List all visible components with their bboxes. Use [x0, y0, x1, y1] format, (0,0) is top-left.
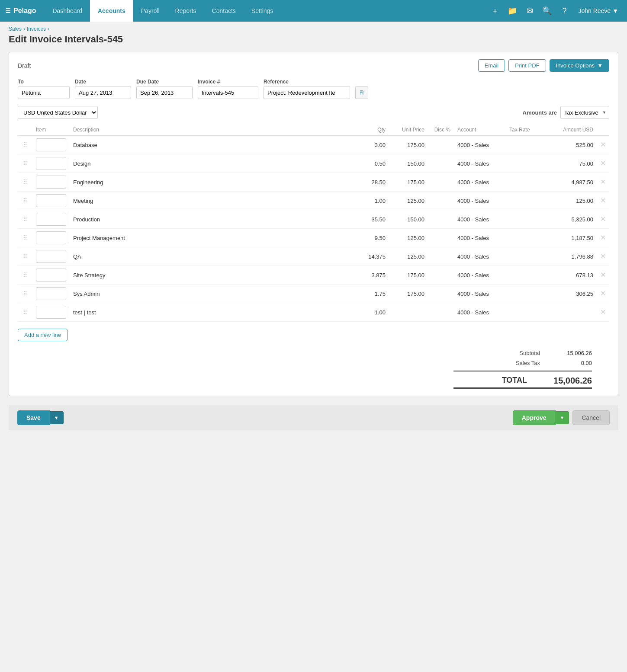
remove-cell: ✕: [597, 247, 609, 266]
table-row: ⠿ QA 14.375 125.00 4000 - Sales 1,796.88…: [18, 247, 609, 266]
to-input[interactable]: [18, 86, 70, 99]
tax-rate-cell: [506, 247, 549, 266]
cancel-button[interactable]: Cancel: [572, 410, 610, 425]
breadcrumb-sales[interactable]: Sales: [9, 26, 22, 32]
drag-handle[interactable]: ⠿: [21, 290, 29, 297]
save-button[interactable]: Save: [17, 410, 50, 425]
mail-icon[interactable]: ✉: [523, 4, 537, 18]
item-input[interactable]: [36, 194, 66, 207]
brand: ☰ Pelago: [5, 7, 36, 15]
unit-price-cell: 175.00: [389, 136, 428, 154]
drag-handle[interactable]: ⠿: [21, 216, 29, 223]
remove-line-button[interactable]: ✕: [600, 179, 606, 186]
invoice-options-arrow: ▼: [597, 62, 603, 69]
date-input[interactable]: [75, 87, 131, 98]
breadcrumb-sep1: ›: [23, 26, 25, 32]
drag-handle[interactable]: ⠿: [21, 309, 29, 316]
folder-icon[interactable]: 📁: [505, 4, 519, 18]
description-text: Meeting: [73, 198, 93, 204]
add-line-button[interactable]: Add a new line: [18, 329, 68, 341]
remove-line-button[interactable]: ✕: [600, 253, 606, 260]
col-tax-rate: Tax Rate: [506, 124, 549, 136]
print-pdf-button[interactable]: Print PDF: [508, 59, 546, 72]
due-date-field: Due Date ▼: [136, 79, 193, 99]
description-cell: Site Strategy: [70, 266, 359, 285]
remove-line-button[interactable]: ✕: [600, 272, 606, 278]
tab-contacts[interactable]: Contacts: [204, 0, 244, 22]
item-input[interactable]: [36, 138, 66, 151]
form-fields-row: To Date ▼ Due Date ▼ Invoice #: [18, 79, 609, 99]
item-cell: [32, 229, 70, 247]
approve-button[interactable]: Approve: [513, 410, 556, 425]
drag-handle[interactable]: ⠿: [21, 141, 29, 148]
item-input[interactable]: [36, 287, 66, 300]
remove-cell: ✕: [597, 266, 609, 285]
item-input[interactable]: [36, 213, 66, 226]
to-field: To: [18, 79, 70, 99]
date-label: Date: [75, 79, 131, 85]
remove-line-button[interactable]: ✕: [600, 290, 606, 297]
drag-handle[interactable]: ⠿: [21, 160, 29, 167]
item-input[interactable]: [36, 269, 66, 282]
disc-cell: [428, 247, 454, 266]
invoice-num-input[interactable]: [198, 86, 258, 99]
menu-icon[interactable]: ☰: [5, 7, 11, 14]
drag-handle[interactable]: ⠿: [21, 253, 29, 260]
drag-handle[interactable]: ⠿: [21, 179, 29, 186]
description-cell: Sys Admin: [70, 285, 359, 303]
tab-reports[interactable]: Reports: [167, 0, 204, 22]
drag-handle-cell: ⠿: [18, 285, 32, 303]
drag-handle-cell: ⠿: [18, 266, 32, 285]
breadcrumb-invoices[interactable]: Invoices: [27, 26, 46, 32]
remove-line-button[interactable]: ✕: [600, 160, 606, 167]
remove-line-button[interactable]: ✕: [600, 197, 606, 204]
table-row: ⠿ Design 0.50 150.00 4000 - Sales 75.00 …: [18, 154, 609, 173]
tab-accounts[interactable]: Accounts: [90, 0, 133, 22]
amount-cell: 1,796.88: [549, 247, 597, 266]
approve-dropdown-button[interactable]: ▼: [556, 411, 569, 424]
currency-select-wrapper: USD United States Dollar: [18, 106, 98, 119]
help-icon[interactable]: ?: [557, 4, 571, 18]
amount-cell: [549, 303, 597, 322]
email-button[interactable]: Email: [478, 59, 505, 72]
add-icon[interactable]: ＋: [488, 4, 502, 18]
drag-handle[interactable]: ⠿: [21, 197, 29, 204]
remove-line-button[interactable]: ✕: [600, 309, 606, 316]
tab-dashboard[interactable]: Dashboard: [45, 0, 90, 22]
amount-cell: 678.13: [549, 266, 597, 285]
invoice-options-button[interactable]: Invoice Options ▼: [550, 59, 609, 72]
remove-line-button[interactable]: ✕: [600, 216, 606, 223]
remove-cell: ✕: [597, 192, 609, 210]
drag-handle-cell: ⠿: [18, 303, 32, 322]
amount-cell: 4,987.50: [549, 173, 597, 192]
item-input[interactable]: [36, 176, 66, 189]
remove-line-button[interactable]: ✕: [600, 141, 606, 148]
item-input[interactable]: [36, 306, 66, 319]
item-input[interactable]: [36, 157, 66, 170]
reference-input[interactable]: [264, 86, 350, 99]
drag-handle[interactable]: ⠿: [21, 234, 29, 241]
item-input[interactable]: [36, 231, 66, 244]
search-icon[interactable]: 🔍: [540, 4, 554, 18]
currency-select[interactable]: USD United States Dollar: [18, 106, 97, 118]
save-dropdown-button[interactable]: ▼: [50, 411, 64, 424]
item-input[interactable]: [36, 250, 66, 263]
user-menu[interactable]: John Reeve ▼: [575, 7, 622, 14]
description-cell: Project Management: [70, 229, 359, 247]
account-cell: 4000 - Sales: [454, 154, 506, 173]
tab-payroll[interactable]: Payroll: [133, 0, 167, 22]
tax-type-select[interactable]: Tax Exclusive: [560, 106, 609, 119]
disc-cell: [428, 154, 454, 173]
copy-button[interactable]: ⎘: [355, 86, 368, 99]
drag-handle[interactable]: ⠿: [21, 272, 29, 278]
description-cell: test | test: [70, 303, 359, 322]
tax-rate-cell: [506, 136, 549, 154]
description-cell: Production: [70, 210, 359, 229]
tax-rate-cell: [506, 154, 549, 173]
table-row: ⠿ Sys Admin 1.75 175.00 4000 - Sales 306…: [18, 285, 609, 303]
tab-settings[interactable]: Settings: [244, 0, 281, 22]
card-header: Draft Email Print PDF Invoice Options ▼: [18, 59, 609, 72]
due-date-input[interactable]: [137, 87, 193, 98]
remove-line-button[interactable]: ✕: [600, 234, 606, 241]
drag-handle-cell: ⠿: [18, 247, 32, 266]
